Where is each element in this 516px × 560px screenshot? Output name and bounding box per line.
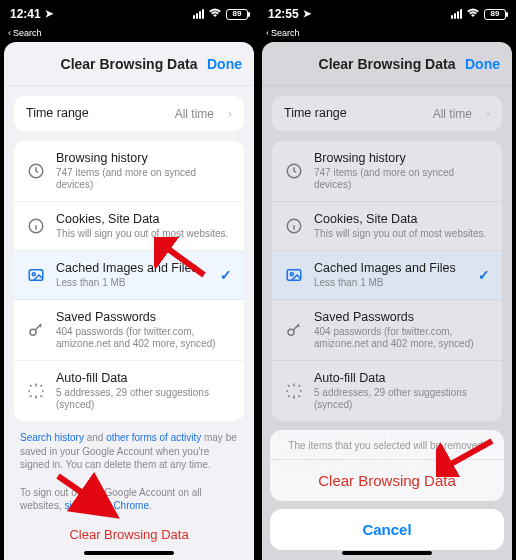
home-indicator[interactable] <box>342 551 432 555</box>
sheet-header: Clear Browsing Data Done <box>262 42 512 86</box>
autofill-icon <box>284 381 304 401</box>
row-autofill[interactable]: Auto-fill Data 5 addresses, 29 other sug… <box>272 361 502 421</box>
cellular-icon <box>193 9 204 19</box>
done-button[interactable]: Done <box>207 56 242 72</box>
time-range-label: Time range <box>284 106 423 121</box>
action-sheet: The items that you selected will be remo… <box>270 430 504 550</box>
sign-out-link[interactable]: sign out of Chrome <box>64 500 149 511</box>
chevron-left-icon: ‹ <box>266 28 269 38</box>
row-browsing-history[interactable]: Browsing history 747 items (and more on … <box>272 141 502 202</box>
status-bar: 12:55 ➤ 89 <box>258 0 516 28</box>
key-icon <box>26 320 46 340</box>
back-to-search[interactable]: ‹ Search <box>0 28 258 42</box>
cellular-icon <box>451 9 462 19</box>
row-autofill[interactable]: Auto-fill Data 5 addresses, 29 other sug… <box>14 361 244 421</box>
time-range-row[interactable]: Time range All time › <box>272 96 502 131</box>
row-passwords[interactable]: Saved Passwords 404 passwords (for twitt… <box>14 300 244 361</box>
time-range-row[interactable]: Time range All time › <box>14 96 244 131</box>
chevron-right-icon: › <box>228 107 232 121</box>
back-to-search[interactable]: ‹ Search <box>258 28 516 42</box>
phone-left: 12:41 ➤ 89 ‹ Search Clear Browsing Data … <box>0 0 258 560</box>
sheet-header: Clear Browsing Data Done <box>4 42 254 86</box>
action-sheet-group: The items that you selected will be remo… <box>270 430 504 501</box>
status-bar: 12:41 ➤ 89 <box>0 0 258 28</box>
svg-point-8 <box>290 273 293 276</box>
data-types-section: Browsing history 747 items (and more on … <box>14 141 244 421</box>
time-range-label: Time range <box>26 106 165 121</box>
svg-point-9 <box>288 329 294 335</box>
cached-icon <box>26 265 46 285</box>
row-cached-images[interactable]: Cached Images and Files Less than 1 MB ✓ <box>272 251 502 300</box>
data-types-section: Browsing history 747 items (and more on … <box>272 141 502 421</box>
cancel-button[interactable]: Cancel <box>270 509 504 550</box>
wifi-icon <box>208 7 222 21</box>
time-range-value: All time <box>175 107 214 121</box>
info-icon <box>26 216 46 236</box>
chevron-right-icon: › <box>486 107 490 121</box>
row-browsing-history[interactable]: Browsing history 747 items (and more on … <box>14 141 244 202</box>
row-cached-images[interactable]: Cached Images and Files Less than 1 MB ✓ <box>14 251 244 300</box>
cached-icon <box>284 265 304 285</box>
key-icon <box>284 320 304 340</box>
chevron-left-icon: ‹ <box>8 28 11 38</box>
checkmark-icon: ✓ <box>220 267 232 283</box>
sheet-title: Clear Browsing Data <box>319 56 456 72</box>
action-sheet-message: The items that you selected will be remo… <box>270 430 504 460</box>
time-range-section: Time range All time › <box>14 96 244 131</box>
search-history-link[interactable]: Search history <box>20 432 84 443</box>
footer-note-2: To sign out of your Google Account on al… <box>4 486 254 513</box>
battery-icon: 89 <box>226 9 248 20</box>
home-indicator[interactable] <box>84 551 174 555</box>
done-button[interactable]: Done <box>465 56 500 72</box>
autofill-icon <box>26 381 46 401</box>
svg-point-3 <box>32 273 35 276</box>
row-passwords[interactable]: Saved Passwords 404 passwords (for twitt… <box>272 300 502 361</box>
time-range-value: All time <box>433 107 472 121</box>
history-icon <box>26 161 46 181</box>
battery-icon: 89 <box>484 9 506 20</box>
svg-point-4 <box>30 329 36 335</box>
checkmark-icon: ✓ <box>478 267 490 283</box>
clear-browsing-data-button[interactable]: Clear Browsing Data <box>4 513 254 556</box>
row-cookies[interactable]: Cookies, Site Data This will sign you ou… <box>14 202 244 251</box>
location-icon: ➤ <box>303 8 311 19</box>
row-cookies[interactable]: Cookies, Site Data This will sign you ou… <box>272 202 502 251</box>
footer-note-1: Search history and other forms of activi… <box>4 431 254 472</box>
modal-sheet: Clear Browsing Data Done Time range All … <box>4 42 254 560</box>
time-range-section: Time range All time › <box>272 96 502 131</box>
wifi-icon <box>466 7 480 21</box>
sheet-title: Clear Browsing Data <box>61 56 198 72</box>
modal-sheet: Clear Browsing Data Done Time range All … <box>262 42 512 560</box>
location-icon: ➤ <box>45 8 53 19</box>
confirm-clear-button[interactable]: Clear Browsing Data <box>270 460 504 501</box>
activity-link[interactable]: other forms of activity <box>106 432 201 443</box>
info-icon <box>284 216 304 236</box>
phone-right: 12:55 ➤ 89 ‹ Search Clear Browsing Data … <box>258 0 516 560</box>
status-time: 12:55 <box>268 7 299 21</box>
history-icon <box>284 161 304 181</box>
status-time: 12:41 <box>10 7 41 21</box>
